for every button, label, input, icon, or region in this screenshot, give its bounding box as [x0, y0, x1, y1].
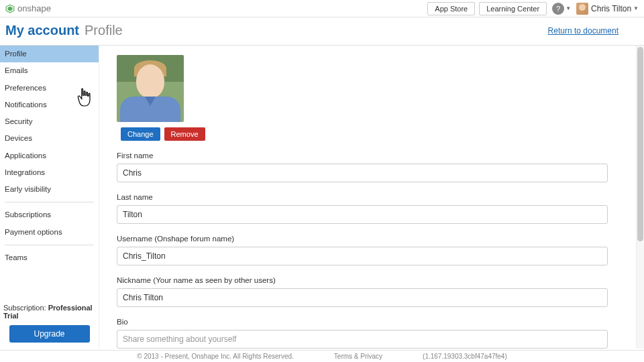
sidebar: Profile Emails Preferences Notifications… — [0, 46, 99, 349]
main-content: Change Remove First name Last name Usern… — [99, 46, 644, 349]
page-header: My account Profile Return to document — [0, 17, 644, 45]
sidebar-divider — [5, 245, 94, 245]
help-caret-icon: ▼ — [566, 5, 571, 11]
change-avatar-button[interactable]: Change — [121, 127, 160, 141]
first-name-input[interactable] — [117, 164, 608, 182]
footer-build: (1.167.19303.3cbf47a47fe4) — [423, 353, 507, 360]
user-name-label: Chris Tilton — [591, 4, 631, 13]
topbar: onshape App Store Learning Center ?▼ Chr… — [0, 0, 644, 17]
sidebar-item-emails[interactable]: Emails — [0, 62, 99, 79]
sidebar-item-profile[interactable]: Profile — [0, 46, 99, 62]
sidebar-item-early-visibility[interactable]: Early visibility — [0, 181, 99, 198]
remove-avatar-button[interactable]: Remove — [164, 127, 205, 141]
footer: © 2013 - Present, Onshape Inc. All Right… — [0, 350, 644, 362]
return-to-document-link[interactable]: Return to document — [548, 26, 619, 36]
sidebar-item-teams[interactable]: Teams — [0, 249, 99, 266]
username-input[interactable] — [117, 247, 608, 265]
svg-marker-1 — [8, 6, 13, 11]
brand-text: onshape — [17, 3, 51, 13]
profile-avatar — [117, 55, 184, 122]
footer-copyright: © 2013 - Present, Onshape Inc. All Right… — [137, 353, 294, 360]
scrollbar-thumb[interactable] — [637, 47, 643, 241]
sidebar-item-payment-options[interactable]: Payment options — [0, 224, 99, 241]
user-menu[interactable]: Chris Tilton ▼ — [576, 3, 639, 15]
page-subtitle: Profile — [85, 23, 123, 38]
sidebar-item-preferences[interactable]: Preferences — [0, 80, 99, 97]
onshape-icon — [5, 4, 15, 13]
sidebar-item-applications[interactable]: Applications — [0, 147, 99, 164]
learning-center-button[interactable]: Learning Center — [479, 2, 547, 15]
sidebar-item-subscriptions[interactable]: Subscriptions — [0, 206, 99, 223]
sidebar-item-devices[interactable]: Devices — [0, 130, 99, 147]
bio-label: Bio — [117, 318, 627, 326]
nickname-label: Nickname (Your name as seen by other use… — [117, 276, 627, 284]
chevron-down-icon: ▼ — [633, 5, 639, 11]
nickname-input[interactable] — [117, 288, 608, 307]
sidebar-item-integrations[interactable]: Integrations — [0, 164, 99, 181]
scrollbar[interactable] — [636, 46, 644, 349]
user-avatar-small — [576, 3, 588, 15]
username-label: Username (Onshape forum name) — [117, 235, 627, 243]
last-name-label: Last name — [117, 193, 627, 201]
sidebar-item-security[interactable]: Security — [0, 113, 99, 130]
help-icon[interactable]: ? — [552, 3, 564, 15]
brand-logo[interactable]: onshape — [5, 3, 51, 13]
last-name-input[interactable] — [117, 205, 608, 224]
upgrade-button[interactable]: Upgrade — [9, 325, 90, 343]
bio-input[interactable] — [117, 330, 608, 349]
footer-terms-link[interactable]: Terms & Privacy — [334, 353, 382, 360]
first-name-label: First name — [117, 152, 627, 160]
subscription-label: Subscription: Professional Trial — [0, 301, 99, 325]
app-store-button[interactable]: App Store — [427, 2, 475, 15]
page-title: My account — [5, 23, 79, 38]
sidebar-item-notifications[interactable]: Notifications — [0, 97, 99, 113]
sidebar-divider — [5, 202, 94, 202]
